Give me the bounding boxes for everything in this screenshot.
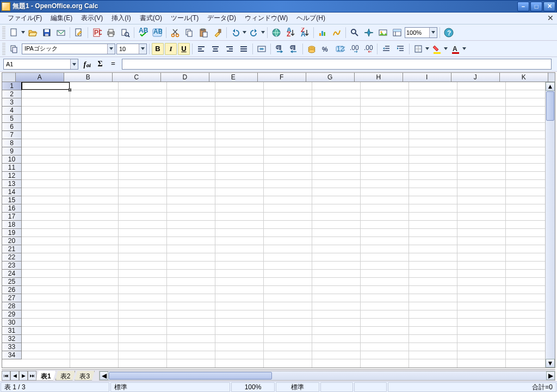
zoom-combo[interactable] — [405, 27, 437, 38]
add-decimal-button[interactable]: .000 — [348, 42, 361, 55]
row-header-15[interactable]: 15 — [2, 196, 22, 204]
row-header-29[interactable]: 29 — [2, 310, 22, 319]
spelling-button[interactable]: ABC — [137, 26, 150, 39]
tab-prev-button[interactable]: ◀ — [10, 371, 19, 381]
print-button[interactable] — [104, 26, 117, 39]
autospell-button[interactable]: ABC — [151, 26, 164, 39]
menu-data[interactable]: データ(D) — [203, 12, 240, 24]
sum-button[interactable]: Σ — [95, 59, 106, 70]
column-header-F[interactable]: F — [258, 73, 306, 82]
row-header-24[interactable]: 24 — [2, 270, 22, 278]
row-header-23[interactable]: 23 — [2, 262, 22, 270]
row-header-5[interactable]: 5 — [2, 115, 22, 123]
row-header-34[interactable]: 34 — [2, 351, 22, 359]
menu-help[interactable]: ヘルプ(H) — [292, 12, 330, 24]
scroll-left-button[interactable]: ◀ — [100, 371, 108, 380]
row-header-21[interactable]: 21 — [2, 245, 22, 253]
paste-button[interactable] — [197, 26, 210, 39]
align-right-button[interactable] — [223, 42, 236, 55]
row-header-16[interactable]: 16 — [2, 204, 22, 213]
menu-format[interactable]: 書式(O) — [135, 12, 166, 24]
scroll-up-button[interactable]: ▲ — [546, 82, 555, 91]
delete-decimal-button[interactable]: .000 — [362, 42, 375, 55]
font-name-dropdown[interactable] — [107, 44, 115, 54]
find-replace-button[interactable] — [348, 26, 361, 39]
column-header-K[interactable]: K — [500, 73, 548, 82]
column-header-D[interactable]: D — [161, 73, 209, 82]
row-header-20[interactable]: 20 — [2, 237, 22, 245]
row-header-17[interactable]: 17 — [2, 213, 22, 221]
row-header-12[interactable]: 12 — [2, 172, 22, 180]
row-header-9[interactable]: 9 — [2, 147, 22, 155]
new-button[interactable] — [8, 26, 21, 39]
close-button[interactable]: ✕ — [543, 2, 555, 11]
menu-edit[interactable]: 編集(E) — [46, 12, 77, 24]
increase-indent-button[interactable] — [394, 42, 407, 55]
name-box-dropdown[interactable] — [70, 59, 78, 69]
redo-button[interactable] — [247, 26, 261, 39]
menu-file[interactable]: ファイル(F) — [3, 12, 46, 24]
row-header-7[interactable]: 7 — [2, 131, 22, 139]
font-size-input[interactable] — [117, 44, 139, 54]
row-header-14[interactable]: 14 — [2, 188, 22, 196]
toolbar-grip[interactable] — [2, 43, 5, 55]
select-all-corner[interactable] — [2, 73, 16, 82]
redo-dropdown[interactable] — [261, 26, 265, 39]
new-dropdown[interactable] — [21, 26, 25, 39]
row-header-32[interactable]: 32 — [2, 335, 22, 343]
row-header-28[interactable]: 28 — [2, 302, 22, 310]
font-name-input[interactable] — [22, 44, 107, 54]
sort-desc-button[interactable]: ZA — [298, 26, 311, 39]
navigator-button[interactable] — [362, 26, 375, 39]
align-left-button[interactable] — [195, 42, 208, 55]
menu-window[interactable]: ウィンドウ(W) — [240, 12, 292, 24]
export-pdf-button[interactable]: PDF — [90, 26, 103, 39]
decrease-indent-button[interactable] — [380, 42, 393, 55]
ltr-button[interactable] — [273, 42, 286, 55]
document-close-button[interactable]: ✕ — [547, 14, 554, 22]
column-header-H[interactable]: H — [355, 73, 403, 82]
cell-reference-input[interactable] — [4, 59, 70, 69]
chart-button[interactable] — [316, 26, 329, 39]
open-button[interactable] — [26, 26, 39, 39]
borders-button[interactable] — [412, 42, 425, 55]
currency-button[interactable] — [305, 42, 318, 55]
row-header-13[interactable]: 13 — [2, 180, 22, 188]
minimize-button[interactable]: − — [517, 2, 529, 11]
sheet-tab-3[interactable]: 表3 — [75, 371, 95, 381]
function-wizard-button[interactable]: fₒᵢ — [82, 59, 92, 70]
merge-cells-button[interactable] — [255, 42, 268, 55]
horizontal-scrollbar[interactable]: ◀ ▶ — [99, 371, 555, 381]
print-preview-button[interactable] — [119, 26, 132, 39]
email-button[interactable] — [54, 26, 67, 39]
zoom-dropdown[interactable] — [429, 28, 437, 38]
sort-asc-button[interactable]: AZ — [284, 26, 297, 39]
borders-dropdown[interactable] — [425, 42, 429, 55]
column-header-I[interactable]: I — [403, 73, 451, 82]
status-mode[interactable]: 標準 — [276, 382, 319, 392]
background-color-button[interactable] — [430, 42, 443, 55]
column-header-B[interactable]: B — [64, 73, 113, 82]
status-signature[interactable] — [320, 382, 353, 392]
format-paintbrush-button[interactable] — [211, 26, 224, 39]
cut-button[interactable] — [169, 26, 182, 39]
copy-button[interactable] — [183, 26, 196, 39]
font-color-button[interactable]: A — [449, 42, 462, 55]
column-header-E[interactable]: E — [209, 73, 258, 82]
edit-file-button[interactable] — [72, 26, 85, 39]
bold-button[interactable]: B — [152, 43, 164, 55]
row-header-2[interactable]: 2 — [2, 90, 22, 98]
vertical-scrollbar[interactable]: ▲ ▼ — [545, 82, 555, 368]
hscroll-thumb[interactable] — [109, 372, 272, 379]
row-header-4[interactable]: 4 — [2, 107, 22, 115]
number-format-button[interactable]: 123 — [333, 42, 346, 55]
row-header-22[interactable]: 22 — [2, 253, 22, 262]
column-header-C[interactable]: C — [113, 73, 161, 82]
underline-button[interactable]: U — [178, 43, 190, 55]
tab-first-button[interactable]: ⏮ — [2, 371, 10, 381]
selected-cell-a1[interactable] — [21, 82, 70, 90]
rtl-button[interactable] — [287, 42, 300, 55]
column-header-J[interactable]: J — [451, 73, 500, 82]
toolbar-grip[interactable] — [2, 27, 5, 39]
save-button[interactable] — [40, 26, 53, 39]
